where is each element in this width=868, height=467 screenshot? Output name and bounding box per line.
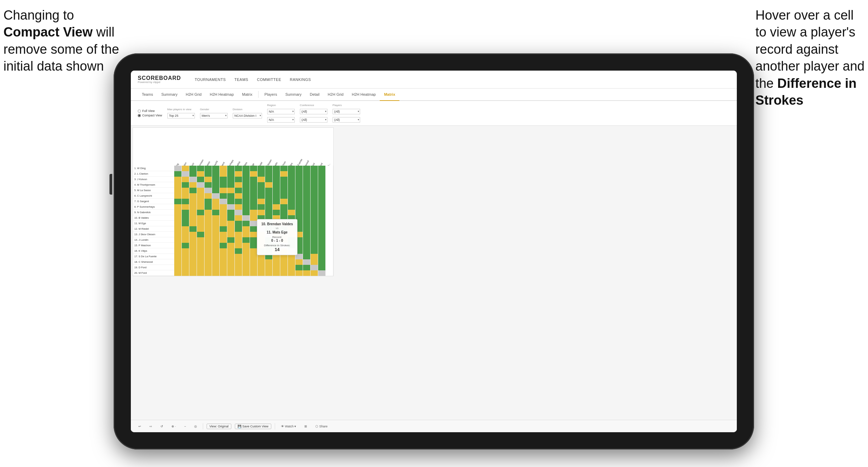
grid-cell[interactable] xyxy=(303,171,311,177)
zoom-button[interactable]: ⊕ · xyxy=(169,424,178,429)
grid-cell[interactable] xyxy=(235,188,242,193)
grid-cell[interactable] xyxy=(311,265,318,270)
grid-cell[interactable] xyxy=(235,215,242,221)
grid-cell[interactable] xyxy=(182,237,189,243)
conference-select2[interactable]: (All) xyxy=(300,117,327,123)
conference-select[interactable]: (All) xyxy=(300,109,327,114)
grid-cell[interactable] xyxy=(220,182,227,188)
grid-cell[interactable] xyxy=(235,204,242,210)
grid-cell[interactable] xyxy=(326,166,333,171)
grid-cell[interactable] xyxy=(265,204,273,210)
grid-cell[interactable] xyxy=(288,182,295,188)
grid-cell[interactable] xyxy=(182,166,189,171)
grid-cell[interactable] xyxy=(227,248,235,254)
undo-button[interactable]: ↩ xyxy=(136,424,144,429)
grid-cell[interactable] xyxy=(318,270,326,276)
grid-cell[interactable] xyxy=(242,254,250,259)
grid-cell[interactable] xyxy=(212,166,220,171)
grid-cell[interactable] xyxy=(303,188,311,193)
grid-cell[interactable] xyxy=(212,237,220,243)
grid-cell[interactable] xyxy=(189,166,197,171)
grid-cell[interactable] xyxy=(174,171,182,177)
nav-rankings[interactable]: RANKINGS xyxy=(290,76,311,83)
grid-cell[interactable] xyxy=(182,254,189,259)
grid-cell[interactable] xyxy=(174,270,182,276)
grid-cell[interactable] xyxy=(250,210,258,215)
grid-cell[interactable] xyxy=(250,177,258,182)
grid-cell[interactable] xyxy=(205,210,212,215)
grid-cell[interactable] xyxy=(205,248,212,254)
grid-cell[interactable] xyxy=(197,171,205,177)
region-select2[interactable]: N/A xyxy=(267,117,295,123)
grid-cell[interactable] xyxy=(280,259,288,265)
grid-cell[interactable] xyxy=(235,259,242,265)
grid-cell[interactable] xyxy=(220,177,227,182)
grid-cell[interactable] xyxy=(235,243,242,248)
grid-cell[interactable] xyxy=(326,193,333,199)
full-view-radio[interactable]: Full View xyxy=(138,109,162,113)
grid-cell[interactable] xyxy=(250,270,258,276)
grid-cell[interactable] xyxy=(311,226,318,232)
grid-cell[interactable] xyxy=(182,270,189,276)
grid-cell[interactable] xyxy=(182,193,189,199)
grid-cell[interactable] xyxy=(235,265,242,270)
grid-cell[interactable] xyxy=(258,171,265,177)
grid-cell[interactable] xyxy=(288,171,295,177)
grid-cell[interactable] xyxy=(318,177,326,182)
grid-cell[interactable] xyxy=(326,248,333,254)
grid-cell[interactable] xyxy=(258,182,265,188)
grid-cell[interactable] xyxy=(182,199,189,204)
grid-cell[interactable] xyxy=(227,182,235,188)
gender-select[interactable]: Men's xyxy=(200,113,228,118)
grid-cell[interactable] xyxy=(303,270,311,276)
grid-cell[interactable] xyxy=(174,232,182,237)
grid-cell[interactable] xyxy=(189,248,197,254)
grid-cell[interactable] xyxy=(220,188,227,193)
grid-cell[interactable] xyxy=(189,232,197,237)
grid-cell[interactable] xyxy=(242,215,250,221)
grid-cell[interactable] xyxy=(318,215,326,221)
grid-cell[interactable] xyxy=(303,193,311,199)
grid-cell[interactable] xyxy=(197,177,205,182)
grid-cell[interactable] xyxy=(242,237,250,243)
grid-cell[interactable] xyxy=(258,166,265,171)
grid-cell[interactable] xyxy=(311,254,318,259)
grid-cell[interactable] xyxy=(326,210,333,215)
grid-cell[interactable] xyxy=(311,259,318,265)
grid-cell[interactable] xyxy=(326,177,333,182)
grid-cell[interactable] xyxy=(174,243,182,248)
grid-cell[interactable] xyxy=(242,210,250,215)
grid-cell[interactable] xyxy=(212,232,220,237)
compact-view-radio[interactable]: Compact View xyxy=(138,114,162,117)
grid-cell[interactable] xyxy=(258,265,265,270)
division-select[interactable]: NCAA Division I xyxy=(233,113,262,118)
grid-cell[interactable] xyxy=(318,188,326,193)
grid-cell[interactable] xyxy=(273,182,280,188)
grid-cell[interactable] xyxy=(318,193,326,199)
grid-cell[interactable] xyxy=(174,265,182,270)
grid-cell[interactable] xyxy=(250,259,258,265)
grid-cell[interactable] xyxy=(295,199,303,204)
grid-cell[interactable] xyxy=(303,215,311,221)
grid-cell[interactable] xyxy=(182,171,189,177)
grid-cell[interactable] xyxy=(220,193,227,199)
grid-cell[interactable] xyxy=(303,210,311,215)
tab-h2h-grid-2[interactable]: H2H Grid xyxy=(324,89,348,101)
grid-cell[interactable] xyxy=(250,166,258,171)
grid-cell[interactable] xyxy=(288,193,295,199)
grid-cell[interactable] xyxy=(205,182,212,188)
forward-button[interactable]: ⇨ xyxy=(147,424,155,429)
grid-cell[interactable] xyxy=(227,265,235,270)
grid-cell[interactable] xyxy=(326,265,333,270)
grid-cell[interactable] xyxy=(280,177,288,182)
grid-cell[interactable] xyxy=(288,265,295,270)
grid-cell[interactable] xyxy=(318,243,326,248)
grid-cell[interactable] xyxy=(227,243,235,248)
grid-cell[interactable] xyxy=(250,193,258,199)
grid-cell[interactable] xyxy=(235,270,242,276)
grid-cell[interactable] xyxy=(182,243,189,248)
grid-cell[interactable] xyxy=(189,177,197,182)
grid-cell[interactable] xyxy=(174,193,182,199)
grid-cell[interactable] xyxy=(242,270,250,276)
grid-cell[interactable] xyxy=(205,188,212,193)
